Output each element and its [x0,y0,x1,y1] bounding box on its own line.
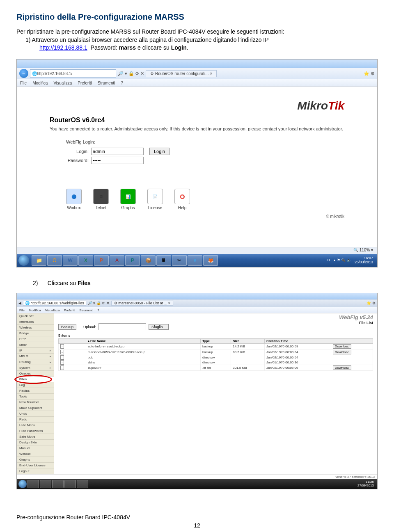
upload-input[interactable] [98,323,146,330]
tb2-explorer[interactable] [27,480,39,488]
side-menu-design-skin[interactable]: Design Skin [17,440,54,445]
url-field-2[interactable]: 🌐 http://192.168.88.1/webfig/#Files [23,301,86,306]
tb-excel[interactable]: X [78,255,93,266]
back-button[interactable]: ← [19,69,28,78]
download-button[interactable]: Download [333,350,352,354]
tb-ie[interactable]: e [188,255,202,266]
side-menu-tools[interactable]: Tools [17,394,54,400]
app-help[interactable]: ⭕Help [174,189,190,210]
side-menu-safe-mode[interactable]: Safe Mode [17,434,54,440]
login-input[interactable] [91,148,144,155]
app-telnet[interactable]: 🖥Telnet [93,189,109,210]
app-winbox[interactable]: 🔵Winbox [66,189,82,210]
step1-text: Attraverso un qualsiasi browser accedere… [32,37,269,43]
table-row: -supout.rif.rif file301.8 KiBJan/02/1970… [59,365,373,371]
download-button[interactable]: Download [333,344,352,349]
step2-num: 2) [33,280,38,286]
side-menu-ip[interactable]: IP [17,348,54,354]
menu-help[interactable]: ? [121,81,123,85]
backup-button[interactable]: Backup [58,324,76,330]
tb-word[interactable]: W [63,255,78,266]
menu-modifica[interactable]: Modifica [32,81,48,85]
menu-bar: File Modifica Visualizza Preferiti Strum… [17,79,377,87]
menu-preferiti[interactable]: Preferiti [78,81,92,85]
password-input[interactable] [91,157,144,164]
side-menu-files[interactable]: Files [17,377,54,382]
col-header[interactable] [331,339,373,344]
tb-powerpoint[interactable]: P [94,255,109,266]
side-menu-hide-menu[interactable]: Hide Menu [17,422,54,428]
step-1: 1) Attraverso un qualsiasi browser acced… [25,37,378,43]
col-header[interactable]: Size [231,339,265,344]
login-button[interactable]: Login [149,148,170,155]
table-row: -auto-before-reset.backupbackup14.2 KiBJ… [59,344,373,349]
start-orb[interactable] [18,255,29,266]
menu-file[interactable]: File [20,81,27,85]
menu-strumenti[interactable]: Strumenti [98,81,115,85]
back-button-2[interactable]: ◀ [18,301,21,305]
tb-firefox[interactable]: 🦊 [203,255,218,266]
download-button[interactable]: Download [333,365,352,370]
app-license[interactable]: 📄License [147,189,163,210]
side-menu-wireless[interactable]: Wireless [17,325,54,331]
side-menu-radius[interactable]: Radius [17,388,54,394]
browser-tab[interactable]: ⚙ RouterOS router configurati... × [146,70,217,77]
side-menu-graphs[interactable]: Graphs [17,457,54,463]
browse-button[interactable]: Sfoglia... [149,324,169,330]
side-menu-logout[interactable]: Logout [17,468,54,474]
tb-calc[interactable]: 🖩 [156,255,171,266]
tb-explorer[interactable]: 📁 [32,255,46,266]
url-link[interactable]: http://192.168.88.1 [39,44,87,51]
table-row: -marssnet-0050-02011070-0003.backupbacku… [59,349,373,355]
col-header[interactable] [79,339,86,344]
side-menu-make-supout-rif[interactable]: Make Supout.rif [17,405,54,411]
col-header[interactable]: Type [200,339,231,344]
tray-date: 25/03/2013 [355,260,373,265]
tb-snip[interactable]: ✂ [172,255,187,266]
table-row: -skinsdirectoryJan/01/1970 00:00:36 [59,360,373,365]
side-menu-winbox[interactable]: WinBox [17,451,54,457]
tb2-excel[interactable] [52,480,64,488]
tray-lang[interactable]: IT [327,258,330,263]
tb-winrar[interactable]: 📦 [141,255,156,266]
remove-icon[interactable]: - [60,365,64,370]
side-menu-new-terminal[interactable]: New Terminal [17,400,54,405]
side-menu-queues[interactable]: Queues [17,371,54,377]
window-titlebar-2 [17,293,377,299]
col-header[interactable] [72,339,79,344]
remove-icon[interactable]: - [60,355,64,360]
address-bar: ← 🌐 http://192.168.88.1/ 🔎 ▾ 🔒 ⟳ ✕ ⚙ Rou… [17,68,377,79]
side-menu-log[interactable]: Log [17,382,54,388]
remove-icon[interactable]: - [60,360,64,365]
tb2-ie[interactable] [77,480,88,488]
col-header[interactable]: ▴ File Name [86,339,200,344]
side-menu-undo[interactable]: Undo [17,411,54,417]
side-menu-bridge[interactable]: Bridge [17,331,54,336]
remove-icon[interactable]: - [60,350,64,354]
side-menu-mpls[interactable]: MPLS [17,354,54,359]
side-menu-ppp[interactable]: PPP [17,336,54,342]
start-orb-2[interactable] [18,480,27,488]
col-header[interactable] [59,339,72,344]
side-menu-routing[interactable]: Routing [17,359,54,365]
url-field[interactable]: 🌐 http://192.168.88.1/ [30,69,116,78]
side-menu-quick-set[interactable]: Quick Set [17,313,54,319]
side-menu-system[interactable]: System [17,365,54,371]
side-menu-interfaces[interactable]: Interfaces [17,319,54,325]
side-menu-mesh[interactable]: Mesh [17,342,54,348]
pw-value: marss [119,44,136,51]
tb-publisher[interactable]: P [125,255,140,266]
tb-outlook[interactable]: O [47,255,62,266]
tb2-word[interactable] [40,480,51,488]
tb-access[interactable]: A [110,255,124,266]
browser-tab-2[interactable]: ⚙ marssnet-0050 - File List at ... × [111,301,173,306]
side-menu-manual[interactable]: Manual [17,445,54,451]
side-menu-hide-passwords[interactable]: Hide Passwords [17,428,54,434]
side-menu-end-user-license[interactable]: End-User License [17,463,54,468]
remove-icon[interactable]: - [60,344,64,349]
tb2-firefox[interactable] [64,480,76,488]
side-menu-redo[interactable]: Redo [17,417,54,422]
col-header[interactable]: Creation Time [265,339,331,344]
app-graphs[interactable]: 📊Graphs [120,189,136,210]
menu-visualizza[interactable]: Visualizza [53,81,72,85]
